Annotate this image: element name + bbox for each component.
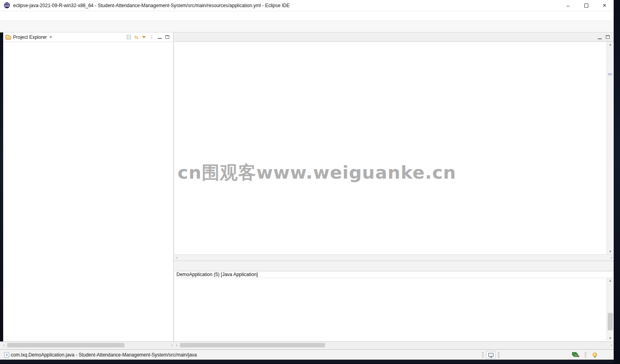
close-button[interactable]: ×: [595, 0, 614, 11]
bottom-panel: DemoApplication (5) [Java Application] ▲…: [174, 261, 614, 341]
explorer-toolbar: − ⇆ ⋮: [127, 34, 172, 40]
status-bar: J com.lxq.DemoApplication.java - Student…: [0, 349, 614, 360]
minimize-view-icon[interactable]: [158, 38, 162, 39]
project-explorer-icon: [5, 34, 11, 40]
collapse-all-icon[interactable]: −: [127, 35, 131, 39]
desktop-edge-left: [0, 32, 3, 341]
titlebar: eclipse-java-2021-09-R-win32-x86_64 - St…: [0, 0, 614, 11]
editor-vscrollbar[interactable]: ▲ ▼: [607, 42, 613, 254]
overview-annotation-marker: [608, 73, 612, 75]
minimize-button[interactable]: –: [559, 0, 577, 11]
filter-icon[interactable]: [142, 36, 146, 38]
desktop-edge-bottom: [0, 360, 614, 364]
maximize-editor-icon[interactable]: [606, 35, 610, 39]
eclipse-logo-icon: [4, 2, 10, 8]
main-toolbar: [0, 21, 614, 32]
eclipse-window: eclipse-java-2021-09-R-win32-x86_64 - St…: [0, 0, 614, 360]
horizontal-scroll-row: ‹ › ‹ ›: [0, 341, 614, 349]
console-hscrollbar[interactable]: ‹ ›: [174, 342, 613, 349]
menubar: [0, 11, 614, 21]
console-output: [174, 278, 614, 280]
project-explorer-panel: Project Explorer × − ⇆ ⋮: [3, 32, 174, 341]
minimize-editor-icon[interactable]: [598, 38, 602, 40]
editor-hscrollbar[interactable]: ‹›: [174, 254, 614, 261]
java-file-icon: J: [3, 352, 10, 358]
link-with-editor-icon[interactable]: ⇆: [134, 34, 138, 40]
console-vscrollbar[interactable]: ▲ ▼: [607, 278, 613, 341]
bottom-tab-bar: [174, 261, 614, 271]
editor-tab-bar: [174, 32, 614, 42]
maximize-button[interactable]: [577, 0, 595, 11]
screen: eclipse-java-2021-09-R-win32-x86_64 - St…: [0, 0, 620, 364]
view-menu-icon[interactable]: ⋮: [149, 34, 154, 40]
project-explorer-title: Project Explorer: [13, 34, 47, 40]
explorer-hscrollbar[interactable]: ‹ ›: [2, 342, 174, 349]
tips-lightbulb-icon[interactable]: [593, 353, 597, 357]
editor-minmax: [598, 35, 614, 41]
launch-group-icon[interactable]: ×: [572, 352, 578, 357]
close-icon[interactable]: ×: [49, 34, 52, 40]
show-view-icon[interactable]: [486, 351, 496, 359]
desktop-edge-right: [614, 0, 620, 364]
project-explorer-header: Project Explorer × − ⇆ ⋮: [3, 32, 173, 42]
status-text: com.lxq.DemoApplication.java - Student-A…: [11, 352, 197, 358]
console-body[interactable]: ▲ ▼: [174, 278, 614, 341]
watermark: cn围观客www.weiguanke.cn: [178, 161, 455, 185]
editor-body[interactable]: ▲ ▼: [174, 42, 614, 254]
console-process-label: DemoApplication (5) [Java Application]: [174, 271, 614, 278]
window-title: eclipse-java-2021-09-R-win32-x86_64 - St…: [13, 3, 290, 8]
maximize-view-icon[interactable]: [165, 35, 169, 39]
window-controls: – ×: [559, 0, 614, 11]
